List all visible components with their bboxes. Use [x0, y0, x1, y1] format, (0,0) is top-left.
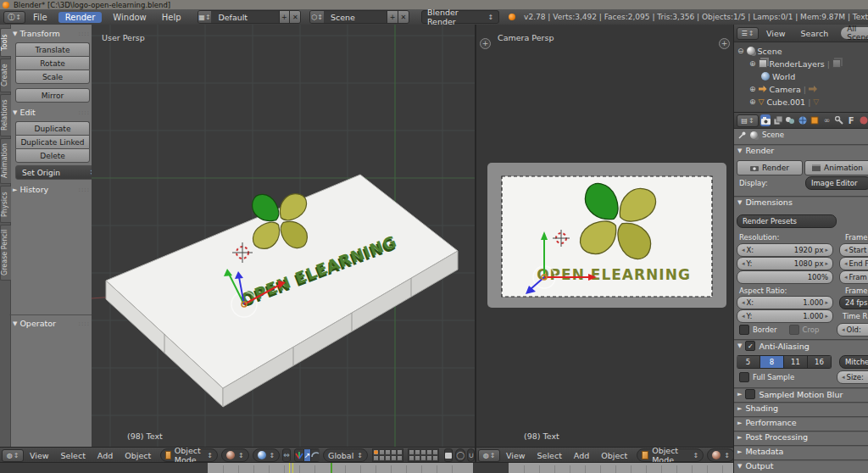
timeline-playhead[interactable] [331, 463, 332, 473]
properties-tab-constraints[interactable]: ∞ [821, 114, 832, 126]
panel-performance[interactable]: ►Performance [734, 417, 868, 427]
mode-dropdown[interactable]: Object Mode↕ [637, 448, 704, 462]
border-checkbox[interactable] [739, 325, 749, 335]
orientation-dropdown[interactable]: Global↕ [323, 448, 368, 462]
layer-cell[interactable] [385, 449, 391, 455]
resolution-x-field[interactable]: ◂X:1920 px▸ [737, 243, 833, 257]
proportional-edit-icon[interactable]: ◯ [455, 448, 465, 462]
properties-tab-material[interactable] [859, 114, 868, 126]
mesh-data-icon[interactable]: ▽ [813, 97, 819, 106]
aspect-y-field[interactable]: ◂Y:1.000▸ [737, 309, 833, 323]
aa-samples-11[interactable]: 11 [784, 355, 808, 369]
layer-cell[interactable] [391, 455, 397, 461]
properties-tab-render-layers[interactable] [772, 114, 782, 126]
layer-cell[interactable] [409, 455, 415, 461]
aa-size-field[interactable]: ◂Size: [837, 370, 868, 384]
outliner-item-scene[interactable]: ⊖ Scene [737, 45, 782, 57]
outliner-item-camera[interactable]: ⊕ Camera | [749, 83, 817, 95]
outliner-item-world[interactable]: World [761, 70, 795, 82]
tab-tools[interactable]: Tools [0, 28, 11, 57]
panel-dimensions-header[interactable]: ▼Dimensions [734, 197, 868, 207]
screen-layout-value[interactable]: Default [211, 11, 278, 23]
tab-relations[interactable]: Relations [0, 94, 11, 136]
menu-add[interactable]: Add [574, 451, 589, 460]
expand-region-button[interactable]: + [480, 38, 491, 49]
render-presets-dropdown[interactable]: Render Presets [737, 214, 837, 228]
delete-button[interactable]: Delete [15, 148, 90, 163]
delete-scene-button[interactable]: ✕ [398, 11, 409, 23]
properties-tab-modifiers[interactable] [834, 114, 844, 126]
tab-physics[interactable]: Physics [0, 186, 11, 223]
mode-dropdown[interactable]: Object Mode↕ [160, 448, 218, 462]
resolution-scale-field[interactable]: 100% [737, 270, 833, 284]
layer-cell[interactable] [373, 449, 379, 455]
layer-cell[interactable] [432, 455, 438, 461]
animation-button[interactable]: Animation [804, 160, 868, 175]
properties-tab-scene[interactable] [785, 114, 795, 126]
snap-magnet-icon[interactable]: ∪ [467, 448, 475, 462]
aspect-x-field[interactable]: ◂X:1.000▸ [737, 296, 833, 309]
render-engine-select[interactable]: Blender Render ↕ [421, 10, 499, 24]
properties-tab-render[interactable] [760, 114, 771, 126]
fps-dropdown[interactable]: 24 fps [839, 296, 868, 309]
viewport-3d-user[interactable]: OPEN ELEARNING OPEN ELEARNING User [92, 25, 475, 447]
panel-shading[interactable]: ►Shading [734, 403, 868, 413]
pin-icon[interactable] [738, 131, 746, 139]
collapse-icon[interactable]: ⊖ [737, 47, 744, 55]
motion-blur-checkbox[interactable] [745, 389, 755, 399]
camera-data-icon[interactable] [809, 85, 817, 93]
expand-icon[interactable]: ⊕ [749, 59, 756, 68]
render-result-icon[interactable] [832, 59, 841, 68]
timeline-strip[interactable] [0, 462, 733, 473]
properties-tab-object[interactable] [810, 114, 820, 126]
scene-selector-icon[interactable]: ⬡↕ [310, 11, 324, 23]
add-layout-button[interactable]: + [279, 11, 290, 23]
aa-samples-8[interactable]: 8 [760, 355, 784, 369]
layer-cell[interactable] [426, 455, 432, 461]
panel-operator-header[interactable]: ▼Operator:::: [13, 318, 90, 329]
drag-dots-icon[interactable]: :::: [79, 186, 90, 193]
full-sample-checkbox[interactable] [739, 372, 749, 382]
render-button[interactable]: Render [737, 160, 803, 175]
lock-to-scene-icon[interactable] [444, 448, 453, 462]
expand-icon[interactable]: ⊕ [749, 97, 756, 106]
editor-type-button[interactable]: ◍↕ [478, 449, 500, 462]
panel-post-processing[interactable]: ►Post Processing [734, 431, 868, 442]
menu-select[interactable]: Select [61, 451, 86, 460]
outliner-item-renderlayers[interactable]: ⊕ RenderLayers | [749, 58, 841, 70]
panel-transform-header[interactable]: ▼Transform:::: [13, 28, 90, 39]
editor-type-button[interactable]: ☰↕ [737, 27, 759, 40]
expand-region-button[interactable]: + [719, 38, 730, 49]
layer-cell[interactable] [373, 455, 379, 461]
panel-render-header[interactable]: ▼Render [734, 145, 868, 155]
menu-object[interactable]: Object [601, 451, 627, 460]
menu-view[interactable]: View [30, 451, 49, 460]
translate-button[interactable]: Translate [15, 42, 90, 56]
outliner-filter-dropdown[interactable]: All Scenes [841, 27, 868, 39]
rotate-button[interactable]: Rotate [15, 56, 90, 70]
layer-cell[interactable] [420, 455, 426, 461]
add-scene-button[interactable]: + [387, 11, 398, 23]
editor-type-button[interactable]: ▤↕ [737, 114, 759, 127]
duplicate-linked-button[interactable]: Duplicate Linked [15, 135, 90, 148]
scene-selector-value[interactable]: Scene [324, 11, 387, 23]
layer-cell[interactable] [432, 449, 438, 455]
drag-dots-icon[interactable]: :::: [79, 31, 90, 37]
mirror-button[interactable]: Mirror [15, 88, 90, 103]
menu-add[interactable]: Add [97, 451, 113, 460]
menu-file[interactable]: File [33, 13, 47, 22]
layer-cell[interactable] [426, 449, 432, 455]
aa-samples-16[interactable]: 16 [808, 355, 832, 369]
delete-layout-button[interactable]: ✕ [289, 11, 300, 23]
properties-tab-data[interactable]: F [846, 114, 856, 126]
screen-layout-icon[interactable]: ▦↕ [198, 11, 212, 23]
duplicate-button[interactable]: Duplicate [15, 121, 90, 135]
layer-cell[interactable] [379, 455, 385, 461]
aa-filter-dropdown[interactable]: Mitchel [839, 355, 868, 369]
viewport-shading-dropdown[interactable]: ↕ [221, 448, 249, 462]
layer-cell[interactable] [415, 455, 420, 461]
manipulator-axis-icon[interactable] [294, 448, 304, 462]
menu-object[interactable]: Object [125, 451, 151, 460]
layer-cell[interactable] [397, 449, 403, 455]
old-mapping-field[interactable]: ◂Old: [837, 323, 868, 337]
